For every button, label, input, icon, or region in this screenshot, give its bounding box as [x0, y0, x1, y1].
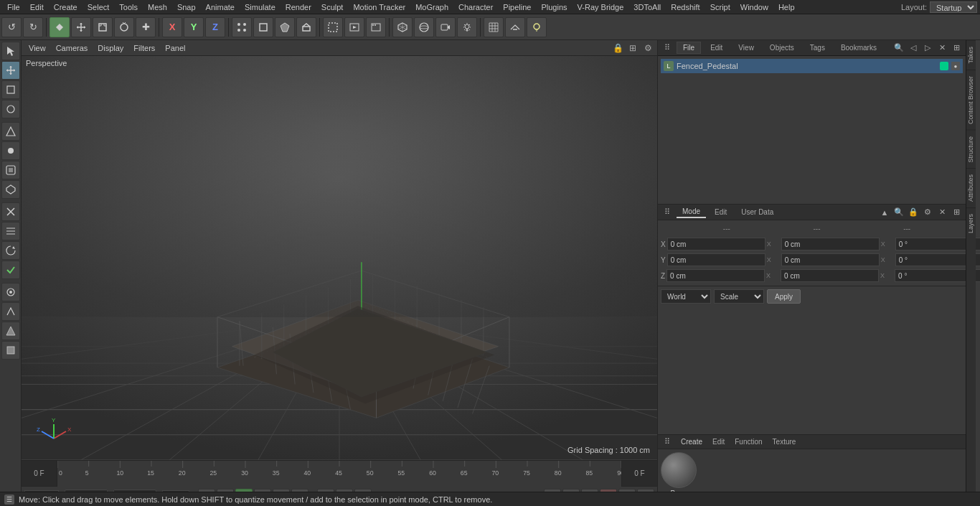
mat-tab-create[interactable]: Create: [678, 436, 705, 447]
sidebar-tool-7[interactable]: [1, 180, 20, 199]
coord-z-pos-input[interactable]: [666, 269, 765, 282]
rp-tab-edit[interactable]: Edit: [704, 42, 729, 54]
sphere-button[interactable]: [414, 17, 434, 37]
menu-motion-tracker[interactable]: Motion Tracker: [349, 1, 410, 13]
menu-help[interactable]: Help: [774, 1, 799, 13]
menu-file[interactable]: File: [3, 1, 24, 13]
polys-mode-button[interactable]: [275, 17, 295, 37]
vp-lock-icon[interactable]: 🔒: [611, 42, 624, 55]
attr-expand-icon[interactable]: ⊞: [950, 206, 963, 219]
vp-menu-view[interactable]: View: [24, 42, 50, 54]
menu-sculpt[interactable]: Sculpt: [317, 1, 348, 13]
apply-button[interactable]: Apply: [767, 289, 801, 304]
menu-mograph[interactable]: MoGraph: [411, 1, 453, 13]
menu-render[interactable]: Render: [281, 1, 316, 13]
sidebar-tool-move[interactable]: [1, 61, 20, 80]
attr-arrow-icon[interactable]: ▲: [878, 206, 891, 219]
coord-x-rot-input[interactable]: [781, 238, 880, 250]
rp-tab-tags[interactable]: Tags: [804, 42, 831, 54]
attr-search-icon[interactable]: 🔍: [892, 206, 905, 219]
mode-scale-button[interactable]: [93, 17, 113, 37]
sidebar-tool-select[interactable]: [1, 42, 20, 60]
axis-x-button[interactable]: X: [162, 17, 182, 37]
menu-animate[interactable]: Animate: [202, 1, 239, 13]
attr-close-icon[interactable]: ✕: [936, 206, 948, 219]
vp-menu-panel[interactable]: Panel: [161, 42, 189, 54]
vp-menu-filters[interactable]: Filters: [129, 42, 159, 54]
viewport-canvas[interactable]: Perspective X Y Z Grid Spacing : 1000 cm: [22, 56, 657, 460]
vp-camera-icon[interactable]: ⊞: [626, 42, 639, 55]
vtab-structure[interactable]: Structure: [966, 130, 976, 169]
attr-tab-edit[interactable]: Edit: [709, 207, 732, 217]
rp-tab-view[interactable]: View: [732, 42, 760, 54]
coord-x-pos-input[interactable]: [667, 238, 765, 250]
rp-expand-icon[interactable]: ⊞: [950, 42, 963, 55]
menu-script[interactable]: Script: [706, 1, 735, 13]
vtab-attributes[interactable]: Attributes: [966, 168, 976, 207]
attr-tab-mode[interactable]: Mode: [677, 206, 706, 218]
bulb-button[interactable]: [527, 17, 547, 37]
sidebar-tool-14[interactable]: [1, 322, 20, 340]
viewport-area[interactable]: View Cameras Display Filters Panel 🔒 ⊞ ⚙: [22, 40, 657, 460]
menu-simulate[interactable]: Simulate: [240, 1, 280, 13]
coord-y-pos-input[interactable]: [667, 253, 765, 266]
coord-z-rot-input[interactable]: [781, 269, 879, 282]
mode-rotate-button[interactable]: [114, 17, 134, 37]
light-button[interactable]: [457, 17, 477, 37]
sidebar-tool-13[interactable]: [1, 302, 20, 321]
object-visibility-dot[interactable]: ●: [951, 62, 960, 70]
menu-character[interactable]: Character: [454, 1, 497, 13]
coord-y-rot-input[interactable]: [781, 253, 880, 266]
mode-move-button[interactable]: [71, 17, 91, 37]
mode-multi-button[interactable]: ✚: [136, 17, 156, 37]
rp-backward-icon[interactable]: ◁: [907, 42, 920, 55]
object-color-dot[interactable]: [940, 62, 948, 70]
mode-object-button[interactable]: [50, 17, 70, 37]
sidebar-tool-scale[interactable]: [1, 80, 20, 99]
sidebar-tool-10[interactable]: [1, 241, 20, 260]
attr-tab-userdata[interactable]: User Data: [735, 207, 779, 217]
sidebar-tool-rotate[interactable]: [1, 100, 20, 118]
vp-menu-display[interactable]: Display: [93, 42, 128, 54]
grid-button[interactable]: [484, 17, 504, 37]
rp-search-icon[interactable]: 🔍: [892, 42, 905, 55]
menu-select[interactable]: Select: [83, 1, 114, 13]
sidebar-tool-9[interactable]: [1, 222, 20, 240]
sidebar-tool-5[interactable]: [1, 141, 20, 160]
menu-plugins[interactable]: Plugins: [537, 1, 571, 13]
menu-snap[interactable]: Snap: [173, 1, 200, 13]
camera-button[interactable]: [435, 17, 456, 37]
undo-button[interactable]: ↺: [1, 17, 22, 37]
sidebar-tool-4[interactable]: [1, 122, 20, 141]
mat-tab-texture[interactable]: Texture: [770, 436, 799, 447]
vtab-takes[interactable]: Takes: [966, 40, 976, 70]
menu-pipeline[interactable]: Pipeline: [499, 1, 535, 13]
attr-settings-icon[interactable]: ⚙: [921, 206, 934, 219]
points-mode-button[interactable]: [232, 17, 252, 37]
redo-button[interactable]: ↻: [23, 17, 43, 37]
rp-forward-icon[interactable]: ▷: [921, 42, 934, 55]
timeline-ruler[interactable]: 0 5 10 15 20 25 30 35 40: [57, 461, 621, 487]
layout-select[interactable]: Startup: [930, 1, 977, 13]
rp-tab-objects[interactable]: Objects: [763, 42, 801, 54]
menu-vray[interactable]: V-Ray Bridge: [573, 1, 628, 13]
uv-mode-button[interactable]: [296, 17, 316, 37]
mat-tab-edit[interactable]: Edit: [710, 436, 727, 447]
sidebar-tool-6[interactable]: [1, 161, 20, 179]
object-item-fenced-pedestal[interactable]: L Fenced_Pedestal ●: [661, 59, 963, 73]
sidebar-tool-8[interactable]: [1, 202, 20, 221]
render-region-button[interactable]: [323, 17, 343, 37]
sidebar-tool-12[interactable]: [1, 283, 20, 301]
axis-y-button[interactable]: Y: [184, 17, 204, 37]
transform-space-select[interactable]: World: [661, 289, 711, 304]
vp-settings-icon[interactable]: ⚙: [641, 42, 654, 55]
menu-mesh[interactable]: Mesh: [143, 1, 171, 13]
menu-edit[interactable]: Edit: [26, 1, 48, 13]
menu-tools[interactable]: Tools: [115, 1, 142, 13]
floor-button[interactable]: [505, 17, 525, 37]
material-swatch-base[interactable]: [661, 452, 697, 488]
render-anim-button[interactable]: [366, 17, 386, 37]
vp-menu-cameras[interactable]: Cameras: [52, 42, 93, 54]
sidebar-tool-11[interactable]: [1, 261, 20, 279]
transform-mode-select[interactable]: Scale: [714, 289, 764, 304]
